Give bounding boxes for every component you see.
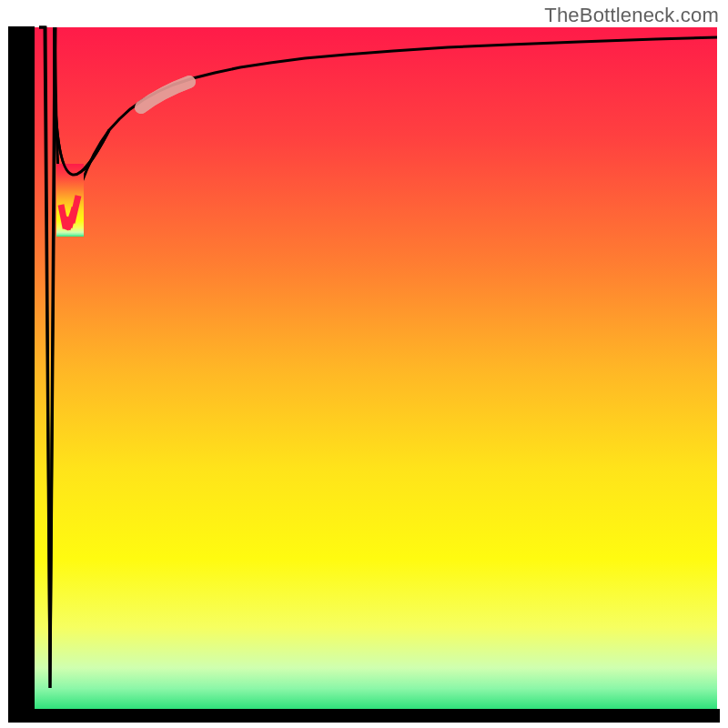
chart-stage: TheBottleneck.com [0, 0, 728, 728]
x-axis-band [8, 709, 720, 723]
chart-svg [0, 0, 728, 728]
plot-background [34, 27, 717, 709]
watermark-text: TheBottleneck.com [544, 4, 719, 27]
y-axis-band [8, 26, 35, 710]
